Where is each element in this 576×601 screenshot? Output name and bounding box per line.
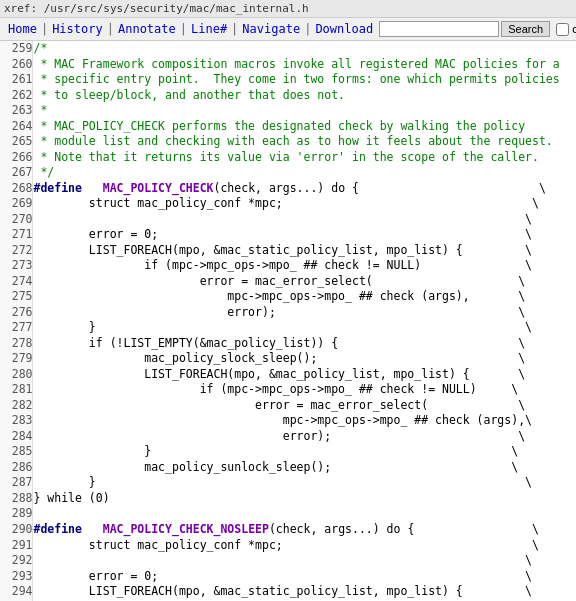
- line-number[interactable]: 270: [0, 212, 33, 228]
- line-number[interactable]: 292: [0, 553, 33, 569]
- line-code: error); \: [33, 429, 576, 445]
- line-number[interactable]: 259: [0, 41, 33, 57]
- line-number[interactable]: 288: [0, 491, 33, 507]
- table-row: 289: [0, 506, 576, 522]
- line-code: struct mac_policy_conf *mpc; \: [33, 538, 576, 554]
- line-number[interactable]: 289: [0, 506, 33, 522]
- table-row: 293 error = 0; \: [0, 569, 576, 585]
- table-row: 267 */: [0, 165, 576, 181]
- table-row: 274 error = mac_error_select( \: [0, 274, 576, 290]
- line-number[interactable]: 279: [0, 351, 33, 367]
- line-number[interactable]: 287: [0, 475, 33, 491]
- line-code: mpc->mpc_ops->mpo_ ## check (args),\: [33, 413, 576, 429]
- table-row: 262 * to sleep/block, and another that d…: [0, 88, 576, 104]
- line-code: if (mpc->mpc_ops->mpo_ ## check != NULL)…: [33, 258, 576, 274]
- table-row: 287 } \: [0, 475, 576, 491]
- search-input[interactable]: [379, 21, 499, 37]
- line-number[interactable]: 291: [0, 538, 33, 554]
- table-row: 264 * MAC_POLICY_CHECK performs the desi…: [0, 119, 576, 135]
- line-number[interactable]: 286: [0, 460, 33, 476]
- line-code: } while (0): [33, 491, 576, 507]
- line-number[interactable]: 275: [0, 289, 33, 305]
- table-row: 285 } \: [0, 444, 576, 460]
- line-number[interactable]: 276: [0, 305, 33, 321]
- table-row: 279 mac_policy_slock_sleep(); \: [0, 351, 576, 367]
- line-number[interactable]: 267: [0, 165, 33, 181]
- line-code: * MAC Framework composition macros invok…: [33, 57, 576, 73]
- table-row: 269 struct mac_policy_conf *mpc; \: [0, 196, 576, 212]
- line-number[interactable]: 271: [0, 227, 33, 243]
- line-number[interactable]: 262: [0, 88, 33, 104]
- line-number[interactable]: 266: [0, 150, 33, 166]
- nav-annotate[interactable]: Annotate: [114, 22, 180, 36]
- only-label: only in: [572, 23, 576, 36]
- line-number[interactable]: 263: [0, 103, 33, 119]
- table-row: 286 mac_policy_sunlock_sleep(); \: [0, 460, 576, 476]
- line-code: struct mac_policy_conf *mpc; \: [33, 196, 576, 212]
- line-number[interactable]: 274: [0, 274, 33, 290]
- table-row: 270 \: [0, 212, 576, 228]
- line-code: * specific entry point. They come in two…: [33, 72, 576, 88]
- nav-download[interactable]: Download: [311, 22, 377, 36]
- nav-line[interactable]: Line#: [187, 22, 231, 36]
- nav-bar: Home | History | Annotate | Line# | Navi…: [0, 18, 576, 41]
- table-row: 271 error = 0; \: [0, 227, 576, 243]
- line-code: } \: [33, 320, 576, 336]
- line-number[interactable]: 268: [0, 181, 33, 197]
- line-number[interactable]: 282: [0, 398, 33, 414]
- line-code: if (mpc->mpc_ops->mpo_ ## check != NULL)…: [33, 382, 576, 398]
- table-row: 277 } \: [0, 320, 576, 336]
- line-number[interactable]: 285: [0, 444, 33, 460]
- only-checkbox[interactable]: [556, 23, 569, 36]
- line-code: \: [33, 212, 576, 228]
- line-number[interactable]: 290: [0, 522, 33, 538]
- code-table: 259/*260 * MAC Framework composition mac…: [0, 41, 576, 601]
- line-code: * Note that it returns its value via 'er…: [33, 150, 576, 166]
- xref-label: xref: /usr/src/sys/security/mac/mac_inte…: [4, 2, 309, 15]
- nav-history[interactable]: History: [48, 22, 107, 36]
- line-code: mac_policy_sunlock_sleep(); \: [33, 460, 576, 476]
- line-number[interactable]: 261: [0, 72, 33, 88]
- table-row: 275 mpc->mpc_ops->mpo_ ## check (args), …: [0, 289, 576, 305]
- table-row: 268#define MAC_POLICY_CHECK(check, args.…: [0, 181, 576, 197]
- only-checkbox-area: only in /usr/src/sys/security/mac/: [556, 23, 576, 36]
- nav-home[interactable]: Home: [4, 22, 41, 36]
- line-number[interactable]: 264: [0, 119, 33, 135]
- table-row: 276 error); \: [0, 305, 576, 321]
- table-row: 280 LIST_FOREACH(mpo, &mac_policy_list, …: [0, 367, 576, 383]
- line-number[interactable]: 272: [0, 243, 33, 259]
- table-row: 292 \: [0, 553, 576, 569]
- search-area: Search only in /usr/src/sys/security/mac…: [379, 21, 576, 37]
- line-number[interactable]: 294: [0, 584, 33, 600]
- line-number[interactable]: 283: [0, 413, 33, 429]
- line-number[interactable]: 280: [0, 367, 33, 383]
- line-code: */: [33, 165, 576, 181]
- line-number[interactable]: 281: [0, 382, 33, 398]
- line-number[interactable]: 277: [0, 320, 33, 336]
- line-code: error); \: [33, 305, 576, 321]
- nav-navigate[interactable]: Navigate: [238, 22, 304, 36]
- line-code: \: [33, 553, 576, 569]
- line-code: *: [33, 103, 576, 119]
- line-number[interactable]: 278: [0, 336, 33, 352]
- code-body: 259/*260 * MAC Framework composition mac…: [0, 41, 576, 601]
- line-code: * to sleep/block, and another that does …: [33, 88, 576, 104]
- line-number[interactable]: 269: [0, 196, 33, 212]
- line-number[interactable]: 260: [0, 57, 33, 73]
- line-code: #define MAC_POLICY_CHECK_NOSLEEP(check, …: [33, 522, 576, 538]
- line-code: if (!LIST_EMPTY(&mac_policy_list)) { \: [33, 336, 576, 352]
- line-code: LIST_FOREACH(mpo, &mac_static_policy_lis…: [33, 584, 576, 600]
- table-row: 263 *: [0, 103, 576, 119]
- line-number[interactable]: 273: [0, 258, 33, 274]
- line-number[interactable]: 293: [0, 569, 33, 585]
- line-code: [33, 506, 576, 522]
- line-code: #define MAC_POLICY_CHECK(check, args...)…: [33, 181, 576, 197]
- code-area[interactable]: 259/*260 * MAC Framework composition mac…: [0, 41, 576, 601]
- search-button[interactable]: Search: [501, 21, 550, 37]
- line-number[interactable]: 265: [0, 134, 33, 150]
- line-code: mpc->mpc_ops->mpo_ ## check (args), \: [33, 289, 576, 305]
- line-code: mac_policy_slock_sleep(); \: [33, 351, 576, 367]
- table-row: 290#define MAC_POLICY_CHECK_NOSLEEP(chec…: [0, 522, 576, 538]
- line-code: } \: [33, 475, 576, 491]
- line-number[interactable]: 284: [0, 429, 33, 445]
